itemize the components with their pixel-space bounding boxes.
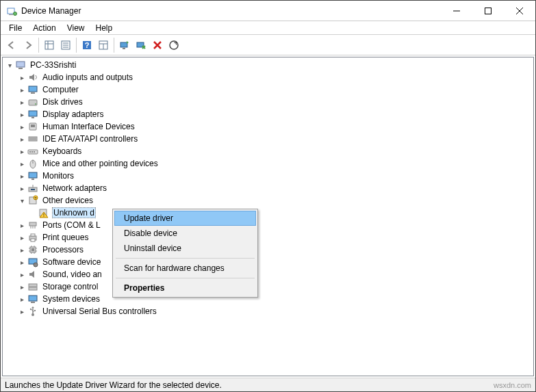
svg-rect-4 xyxy=(485,8,492,14)
tree-node[interactable]: ▸Display adapters xyxy=(3,108,533,120)
tree-node[interactable]: ▸Software device xyxy=(3,256,533,268)
tree-node[interactable]: ▸Storage control xyxy=(3,280,533,293)
ide-icon xyxy=(27,133,38,144)
menubar: File Action View Help xyxy=(1,21,535,35)
tree-node[interactable]: ▸Processors xyxy=(3,244,533,256)
scan-hardware-button[interactable] xyxy=(166,37,182,53)
tree-node-label: Keyboards xyxy=(41,146,83,156)
tree-node[interactable]: ▸Mice and other pointing devices xyxy=(3,157,533,170)
chevron-down-icon[interactable]: ▾ xyxy=(4,60,15,70)
show-hide-tree-button[interactable] xyxy=(41,37,58,53)
chevron-right-icon[interactable]: ▸ xyxy=(16,306,27,317)
svg-rect-43 xyxy=(31,179,34,180)
close-button[interactable] xyxy=(504,1,535,21)
minimize-button[interactable] xyxy=(441,1,472,21)
device-tree[interactable]: ▾ PC-33Srishti ▸Audio inputs and outputs… xyxy=(2,57,534,376)
help-button[interactable]: ? xyxy=(79,37,95,53)
chevron-right-icon[interactable]: ▸ xyxy=(16,183,27,194)
titlebar: Device Manager xyxy=(1,1,535,21)
tree-node-label: System devices xyxy=(41,294,101,304)
svg-rect-19 xyxy=(120,42,127,47)
properties-sheet-button[interactable] xyxy=(95,37,112,53)
tree-node[interactable]: ▾?Other devices xyxy=(3,194,533,207)
ctx-uninstall-device[interactable]: Uninstall device xyxy=(114,241,256,256)
chevron-right-icon[interactable]: ▸ xyxy=(16,133,27,144)
ctx-disable-device[interactable]: Disable device xyxy=(114,226,256,241)
tree-node[interactable]: ▸IDE ATA/ATAPI controllers xyxy=(3,133,533,145)
chevron-right-icon[interactable]: ▸ xyxy=(16,109,27,120)
tree-node[interactable]: ▸Print queues xyxy=(3,231,533,244)
tree-node[interactable]: ▸Sound, video an xyxy=(3,268,533,280)
ctx-properties[interactable]: Properties xyxy=(114,280,256,296)
forward-button[interactable] xyxy=(20,37,36,53)
svg-rect-25 xyxy=(29,86,37,92)
svg-rect-23 xyxy=(16,62,25,67)
chevron-right-icon[interactable]: ▸ xyxy=(16,158,27,169)
ctx-update-driver[interactable]: Update driver xyxy=(114,211,256,226)
chevron-right-icon[interactable]: ▸ xyxy=(16,244,27,255)
tree-node[interactable]: ▸Monitors xyxy=(3,170,533,182)
chevron-right-icon[interactable]: ▸ xyxy=(16,121,27,132)
tree-node-label: Disk drives xyxy=(41,97,84,107)
watermark: wsxdn.com xyxy=(494,381,531,389)
tree-node-label: Display adapters xyxy=(41,109,105,119)
tree-node-label: PC-33Srishti xyxy=(29,60,77,70)
computer-icon xyxy=(15,60,26,70)
svg-point-2 xyxy=(14,12,17,15)
ctx-scan-hardware[interactable]: Scan for hardware changes xyxy=(114,261,256,276)
svg-rect-1 xyxy=(9,14,13,15)
network-icon xyxy=(27,183,38,194)
chevron-right-icon[interactable]: ▸ xyxy=(16,84,27,95)
disable-device-button[interactable] xyxy=(133,37,149,53)
tree-node[interactable]: ▸Computer xyxy=(3,83,533,96)
menu-file[interactable]: File xyxy=(3,22,27,34)
menu-view[interactable]: View xyxy=(62,22,90,34)
software-device-icon xyxy=(27,257,38,267)
tree-node[interactable]: ▸System devices xyxy=(3,293,533,305)
menu-help[interactable]: Help xyxy=(90,22,118,34)
tree-node[interactable]: ▸Network adapters xyxy=(3,182,533,194)
tree-node[interactable]: ▸Human Interface Devices xyxy=(3,120,533,133)
update-driver-button[interactable] xyxy=(116,37,133,53)
processor-icon xyxy=(27,244,38,255)
chevron-right-icon[interactable]: ▸ xyxy=(16,220,27,231)
tree-node-label: Universal Serial Bus controllers xyxy=(41,306,158,316)
tree-node[interactable]: ▸Disk drives xyxy=(3,96,533,108)
tree-node-label: Sound, video an xyxy=(41,270,103,279)
tree-node-unknown-device[interactable]: !Unknown d xyxy=(3,207,533,219)
tree-node-label: Ports (COM & L xyxy=(41,220,102,230)
warning-device-icon: ! xyxy=(38,207,49,218)
svg-rect-57 xyxy=(31,248,34,251)
menu-action[interactable]: Action xyxy=(27,22,61,34)
tree-node[interactable]: ▸Audio inputs and outputs xyxy=(3,71,533,83)
chevron-down-icon[interactable]: ▾ xyxy=(16,195,27,206)
statusbar: Launches the Update Driver Wizard for th… xyxy=(1,378,535,391)
chevron-right-icon[interactable]: ▸ xyxy=(16,269,27,280)
maximize-button[interactable] xyxy=(472,1,504,21)
chevron-right-icon[interactable]: ▸ xyxy=(16,232,27,243)
keyboard-icon xyxy=(27,146,38,157)
monitor-icon xyxy=(27,170,38,181)
chevron-right-icon[interactable]: ▸ xyxy=(16,146,27,157)
properties-button[interactable] xyxy=(58,37,74,53)
chevron-right-icon[interactable]: ▸ xyxy=(16,170,27,181)
storage-icon xyxy=(27,281,38,292)
uninstall-device-button[interactable] xyxy=(149,37,166,53)
back-button[interactable] xyxy=(3,37,20,53)
audio-icon xyxy=(27,72,38,83)
svg-rect-61 xyxy=(29,287,37,290)
display-icon xyxy=(27,109,38,120)
tree-node-label: Network adapters xyxy=(41,183,108,193)
svg-rect-33 xyxy=(29,137,37,141)
tree-root[interactable]: ▾ PC-33Srishti xyxy=(3,59,533,71)
chevron-right-icon[interactable]: ▸ xyxy=(16,257,27,267)
tree-node[interactable]: ▸Universal Serial Bus controllers xyxy=(3,305,533,317)
toolbar: ? xyxy=(1,35,535,55)
chevron-right-icon[interactable]: ▸ xyxy=(16,281,27,292)
chevron-right-icon[interactable]: ▸ xyxy=(16,96,27,107)
chevron-right-icon[interactable]: ▸ xyxy=(16,293,27,304)
tree-node-label: Print queues xyxy=(41,233,90,242)
tree-node[interactable]: ▸Keyboards xyxy=(3,145,533,157)
tree-node[interactable]: ▸Ports (COM & L xyxy=(3,219,533,231)
chevron-right-icon[interactable]: ▸ xyxy=(16,72,27,83)
